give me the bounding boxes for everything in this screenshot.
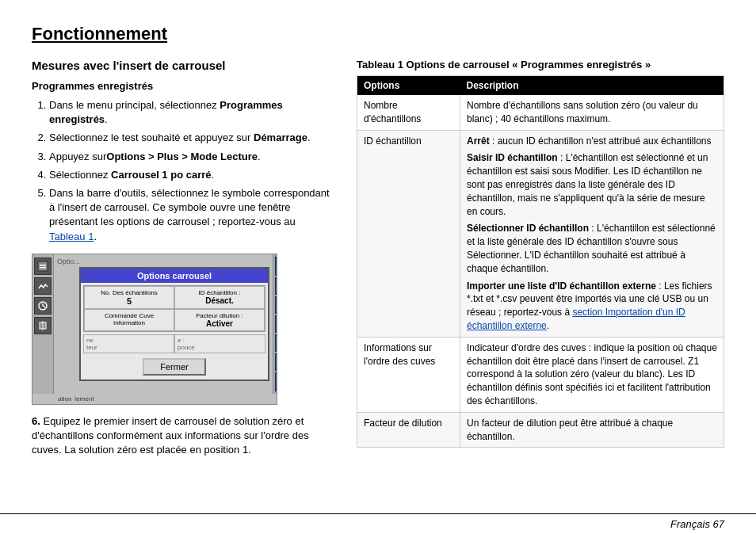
btn-down-arrow[interactable] — [275, 372, 277, 391]
btn-minuteur[interactable]: ⏱ Minuteur — [275, 277, 277, 295]
option-facteur: Facteur de dilution — [357, 412, 460, 448]
btn-up-arrow[interactable] — [275, 257, 277, 276]
desc-facteur: Un facteur de dilution peut être attribu… — [460, 412, 724, 448]
cell-extra-1: ne teur — [83, 334, 174, 353]
svg-rect-0 — [38, 261, 48, 271]
table-row: Informations sur l'ordre des cuves Indic… — [357, 337, 724, 412]
btn-5x1pouce[interactable]: ① 5 x 1 pouce — [275, 353, 277, 371]
col-description: Description — [460, 76, 724, 96]
step-3: Appuyez surOptions > Plus > Mode Lecture… — [49, 150, 333, 164]
page-title: Fonctionnement — [32, 24, 724, 44]
carousel-screenshot: Optio... Options carrousel No. Des échan… — [32, 254, 277, 405]
desc-nombre: Nombre d'échantillons sans solution zéro… — [460, 95, 724, 130]
svg-line-5 — [43, 306, 45, 307]
table-row: Facteur de dilution Un facteur de diluti… — [357, 412, 724, 448]
toolbar-icon-1 — [34, 257, 52, 275]
desc-id-saisir: Saisir ID échantillon — [467, 152, 558, 163]
carousel-dialog: Options carrousel No. Des échantilons 5 … — [79, 267, 269, 381]
left-column: Mesures avec l'insert de carrousel Progr… — [32, 59, 333, 457]
step-4-bold: Carrousel 1 po carré — [111, 169, 211, 181]
cell-commande-cuve: Commande Cuve Information — [84, 309, 174, 331]
options-table: Options Description Nombre d'échantillon… — [357, 75, 724, 448]
col-options: Options — [357, 76, 460, 96]
step-1: Dans le menu principal, sélectionnez Pro… — [49, 98, 333, 127]
section-title: Mesures avec l'insert de carrousel — [32, 59, 333, 72]
btn-dilution[interactable]: ◭ Dilution — [275, 296, 277, 314]
table-row: ID échantillon Arrêt : aucun ID échantil… — [357, 130, 724, 337]
page-footer: Français 67 — [0, 513, 756, 534]
bottom-label-1: ation — [58, 395, 71, 402]
section-importation-link[interactable]: section Importation d'un ID échantillon … — [467, 307, 685, 331]
step-4: Sélectionnez Carrousel 1 po carré. — [49, 168, 333, 182]
svg-rect-1 — [40, 265, 46, 266]
toolbar-icon-2 — [34, 277, 52, 295]
desc-id-importer: Importer une liste d'ID échantillon exte… — [467, 280, 656, 292]
toolbar-icon-4 — [34, 317, 52, 334]
option-id: ID échantillon — [357, 130, 460, 337]
desc-id: Arrêt : aucun ID échantillon n'est attri… — [460, 130, 724, 337]
step-6-text: Equipez le premier insert de carrousel d… — [32, 415, 309, 456]
step-1-bold: Programmes enregistrés — [49, 99, 283, 125]
cell-no-echantillons: No. Des échantilons 5 — [84, 286, 174, 309]
btn-tendances[interactable]: 📈 Tendances — [275, 334, 277, 352]
bottom-label-2: lement — [74, 395, 94, 402]
page-number: Français 67 — [670, 518, 724, 530]
cell-extra-2: e : pouce — [174, 334, 265, 353]
subsection-title: Programmes enregistrés — [32, 80, 333, 92]
step-3-bold: Options > Plus > Mode Lecture — [106, 151, 258, 162]
option-info-cuves: Informations sur l'ordre des cuves — [357, 337, 460, 412]
close-button-container: Fermer — [81, 356, 268, 380]
step-6-number: 6. — [32, 415, 40, 427]
option-nombre: Nombre d'échantillons — [357, 95, 460, 130]
steps-list: Dans le menu principal, sélectionnez Pro… — [32, 98, 333, 244]
toolbar-icon-3 — [34, 297, 52, 315]
table-caption: Tableau 1 Options de carrousel « Program… — [357, 59, 724, 71]
cell-id-echantillon: ID échantillon : Désact. — [174, 286, 265, 309]
desc-info-cuves: Indicateur d'ordre des cuves : indique l… — [460, 337, 724, 412]
table-row: Nombre d'échantillons Nombre d'échantill… — [357, 95, 724, 130]
step-6: 6. Equipez le premier insert de carrouse… — [32, 414, 333, 458]
close-button[interactable]: Fermer — [143, 358, 205, 376]
svg-rect-2 — [40, 267, 46, 269]
desc-id-selectionner: Sélectionner ID échantillon — [467, 223, 589, 234]
right-column: Tableau 1 Options de carrousel « Program… — [357, 59, 724, 448]
step-5: Dans la barre d'outils, sélectionnez le … — [49, 186, 333, 244]
step-2-bold: Démarrage — [254, 132, 307, 143]
dialog-title: Options carrousel — [81, 269, 268, 283]
cell-facteur-dilution: Facteur dilution : Activer — [174, 309, 265, 331]
step-2: Sélectionnez le test souhaité et appuyez… — [49, 131, 333, 145]
btn-aqa[interactable]: ≡ AQA — [275, 315, 277, 333]
desc-id-arret: Arrêt — [467, 135, 490, 147]
tableau1-link[interactable]: Tableau 1 — [49, 231, 94, 242]
